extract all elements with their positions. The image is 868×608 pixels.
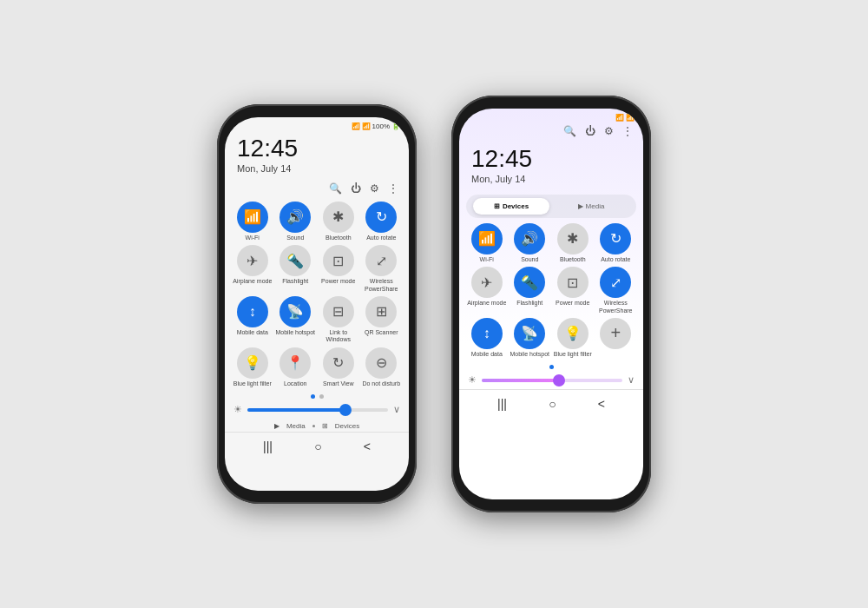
devices-tab-icon: ⊞ (494, 202, 500, 210)
bluelight-tile-icon-right: 💡 (557, 318, 589, 349)
hotspot-label-right: Mobile hotspot (510, 351, 549, 358)
page-dots-right (459, 360, 643, 373)
date-left: Mon, July 14 (237, 163, 397, 174)
signal-icon-right: 📶 (626, 114, 635, 122)
tile-mobiledata-right[interactable]: ↕ Mobile data (466, 318, 508, 358)
airplane-label-left: Airplane mode (233, 278, 272, 285)
tile-power-right[interactable]: ⊡ Power mode (552, 267, 594, 314)
location-label-left: Location (284, 380, 306, 387)
tile-wireless-left[interactable]: ⤢ Wireless PowerShare (361, 245, 403, 293)
tile-bluelight-left[interactable]: 💡 Blue light filter (232, 347, 273, 387)
slider-thumb-left[interactable] (339, 404, 352, 416)
recent-btn-left[interactable]: ||| (263, 439, 273, 453)
tile-power-left[interactable]: ⊡ Power mode (318, 245, 359, 293)
qr-tile-icon-left: ⊞ (365, 296, 397, 327)
media-tab-label: Media (586, 202, 605, 210)
tile-bluetooth-right[interactable]: ✱ Bluetooth (552, 223, 594, 263)
slider-thumb-right[interactable] (553, 374, 565, 387)
tile-wireless-right[interactable]: ⤢ Wireless PowerShare (595, 267, 637, 314)
wireless-tile-icon-right: ⤢ (600, 267, 631, 298)
brightness-row-left: ☀ ∨ (225, 402, 409, 419)
bluelight-tile-icon-left: 💡 (237, 347, 268, 379)
back-btn-right[interactable]: < (598, 397, 605, 411)
wifi-status-icon: 📶 (352, 122, 360, 130)
recent-btn-right[interactable]: ||| (497, 397, 507, 411)
powermode-tile-icon-right: ⊡ (557, 267, 589, 298)
brightness-slider-right[interactable] (482, 379, 622, 382)
qs-toolbar-right: 🔍 ⏻ ⚙ ⋮ (459, 123, 643, 142)
wifi-label-left: Wi-Fi (246, 235, 260, 241)
brightness-low-icon-left: ☀ (233, 404, 242, 415)
tile-dnd-left[interactable]: ⊖ Do not disturb (361, 347, 403, 387)
settings-icon-right[interactable]: ⚙ (604, 125, 614, 137)
tile-hotspot-left[interactable]: 📡 Mobile hotspot (275, 296, 317, 344)
search-icon-right[interactable]: 🔍 (563, 125, 576, 137)
tile-flashlight-right[interactable]: 🔦 Flashlight (510, 267, 551, 314)
dot-active-left (311, 394, 315, 399)
clock-right: 12:45 (471, 146, 631, 173)
powermode-label-right: Power mode (556, 300, 589, 307)
flashlight-label-left: Flashlight (282, 278, 308, 285)
tile-hotspot-right[interactable]: 📡 Mobile hotspot (510, 318, 551, 358)
tile-airplane-left[interactable]: ✈ Airplane mode (232, 245, 273, 293)
clock-left: 12:45 (237, 135, 397, 162)
tile-mobiledata-left[interactable]: ↕ Mobile data (232, 296, 273, 344)
tile-flashlight-left[interactable]: 🔦 Flashlight (275, 245, 317, 293)
tile-link-left[interactable]: ⊟ Link to Windows (318, 296, 359, 344)
battery-text: 100% (372, 122, 390, 130)
qr-label-left: QR Scanner (365, 329, 398, 336)
media-label-left[interactable]: Media (286, 422, 306, 430)
tab-devices-right[interactable]: ⊞ Devices (473, 198, 549, 215)
chevron-icon-right[interactable]: ∨ (628, 374, 635, 386)
tile-qr-left[interactable]: ⊞ QR Scanner (361, 296, 403, 344)
tab-media-right[interactable]: ▶ Media (553, 198, 629, 215)
smartview-label-left: Smart View (323, 380, 354, 387)
tile-sound-left[interactable]: 🔊 Sound (275, 202, 317, 241)
wifi-tile-icon-right: 📶 (471, 223, 503, 254)
tile-wifi-right[interactable]: 📶 Wi-Fi (466, 223, 508, 263)
wifi-status-icon-right: 📶 (615, 114, 624, 122)
tile-sound-right[interactable]: 🔊 Sound (510, 223, 551, 263)
chevron-icon-left[interactable]: ∨ (393, 404, 400, 415)
more-icon-right[interactable]: ⋮ (622, 125, 633, 137)
dot-active-right (549, 365, 554, 369)
more-icon-left[interactable]: ⋮ (388, 182, 398, 195)
home-btn-right[interactable]: ○ (549, 397, 556, 411)
signal-icon: 📶 (362, 122, 371, 130)
dot-inactive-left (319, 394, 324, 399)
link-label-left: Link to Windows (318, 329, 359, 344)
media-icon-left: ▶ (274, 422, 279, 430)
tile-autorotate-right[interactable]: ↻ Auto rotate (595, 223, 637, 263)
autorotate-tile-icon-right: ↻ (600, 223, 631, 254)
tile-autorotate-left[interactable]: ↻ Auto rotate (361, 202, 403, 241)
airplane-tile-icon-left: ✈ (237, 245, 268, 276)
tile-airplane-right[interactable]: ✈ Airplane mode (466, 267, 508, 314)
tile-location-left[interactable]: 📍 Location (275, 347, 317, 387)
home-btn-left[interactable]: ○ (314, 439, 321, 453)
devices-label-left[interactable]: Devices (335, 422, 359, 430)
search-icon-left[interactable]: 🔍 (329, 182, 342, 195)
tile-bluetooth-left[interactable]: ✱ Bluetooth (318, 202, 359, 241)
back-btn-left[interactable]: < (364, 439, 371, 453)
tile-bluelight-right[interactable]: 💡 Blue light filter (552, 318, 594, 358)
devices-icon-left: ⊞ (322, 422, 328, 430)
tile-wifi-left[interactable]: 📶 Wi-Fi (232, 202, 273, 241)
mobiledata-tile-icon-right: ↕ (471, 318, 503, 349)
power-icon-right[interactable]: ⏻ (585, 125, 595, 137)
brightness-slider-left[interactable] (247, 408, 388, 412)
media-tab-icon: ▶ (578, 202, 583, 210)
qs-grid-left: 📶 Wi-Fi 🔊 Sound ✱ Bluetooth ↻ Auto rotat… (225, 200, 409, 389)
hotspot-tile-icon-right: 📡 (514, 318, 545, 349)
wireless-label-left: Wireless PowerShare (361, 278, 403, 293)
tile-add-right[interactable]: + (595, 318, 637, 358)
tile-smartview-left[interactable]: ↻ Smart View (318, 347, 359, 387)
sound-label-right: Sound (521, 256, 538, 263)
settings-icon-left[interactable]: ⚙ (370, 182, 379, 195)
mobiledata-label-right: Mobile data (471, 351, 503, 358)
wireless-label-right: Wireless PowerShare (595, 300, 637, 314)
power-icon-left[interactable]: ⏻ (351, 182, 361, 195)
bluetooth-tile-icon-right: ✱ (557, 223, 589, 254)
devices-tab-label: Devices (503, 202, 529, 210)
page-dots-left (225, 389, 409, 402)
nav-bar-left: ||| ○ < (225, 432, 409, 459)
